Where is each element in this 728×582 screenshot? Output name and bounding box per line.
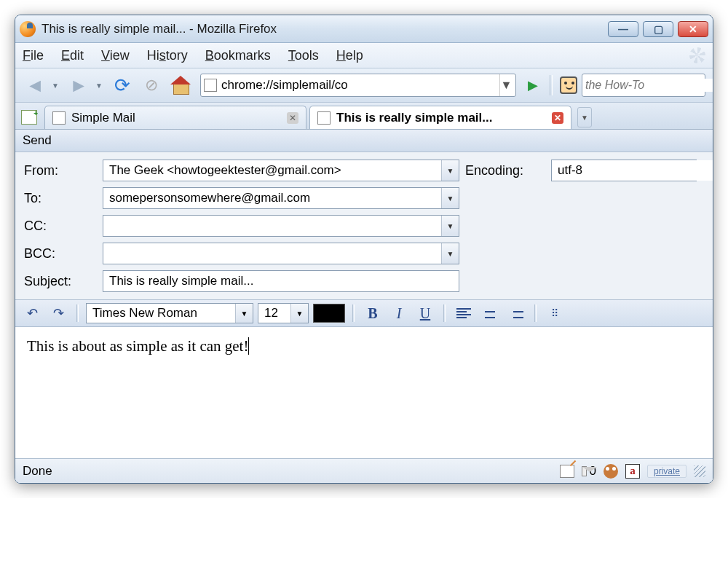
cc-input[interactable] <box>103 216 441 236</box>
resize-grip[interactable] <box>694 465 705 477</box>
new-tab-button[interactable] <box>21 110 37 125</box>
to-input[interactable] <box>103 188 441 208</box>
adblock-icon[interactable]: a <box>625 464 640 479</box>
home-icon <box>170 76 191 95</box>
titlebar: This is really simple mail... - Mozilla … <box>15 15 713 43</box>
undo-button[interactable]: ↶ <box>21 304 43 323</box>
content-area: Send From: ▼ Encoding: ▼ To: ▼ CC: ▼ <box>15 130 713 483</box>
list-button[interactable]: ⠿ <box>544 304 566 323</box>
separator <box>550 75 553 95</box>
size-dropdown[interactable]: ▼ <box>290 304 308 323</box>
from-dropdown[interactable]: ▼ <box>441 160 459 181</box>
tab-simple-mail[interactable]: Simple Mail ✕ <box>44 106 306 129</box>
tab-close-button[interactable]: ✕ <box>552 112 563 124</box>
font-family-select[interactable]: Times New Roman ▼ <box>86 303 253 323</box>
menu-view[interactable]: View <box>101 48 130 63</box>
menu-history[interactable]: History <box>147 48 188 63</box>
tab-label: Simple Mail <box>71 111 135 125</box>
send-toolbar: Send <box>15 130 713 152</box>
throbber-icon <box>689 47 705 63</box>
minimize-button[interactable]: — <box>608 21 638 37</box>
tab-compose[interactable]: This is really simple mail... ✕ <box>309 106 571 129</box>
separator <box>534 304 537 322</box>
menu-help[interactable]: Help <box>336 48 363 63</box>
back-button[interactable]: ◄ <box>23 73 47 98</box>
menu-edit[interactable]: Edit <box>61 48 84 63</box>
stop-button[interactable]: ⊘ <box>139 73 164 98</box>
format-toolbar: ↶ ↷ Times New Roman ▼ 12 ▼ B I U ⠿ <box>15 299 713 327</box>
menubar: File Edit View History Bookmarks Tools H… <box>15 43 713 68</box>
tab-icon <box>317 111 331 125</box>
cc-dropdown[interactable]: ▼ <box>441 216 459 236</box>
forward-button[interactable]: ► <box>66 73 91 98</box>
back-history-dropdown[interactable]: ▼ <box>52 82 62 90</box>
send-button[interactable]: Send <box>23 133 52 147</box>
menu-bookmarks[interactable]: Bookmarks <box>205 48 271 63</box>
align-right-button[interactable] <box>505 304 527 323</box>
persona-icon[interactable] <box>560 76 577 94</box>
firefox-window: This is really simple mail... - Mozilla … <box>15 15 713 484</box>
cc-field[interactable]: ▼ <box>103 215 459 237</box>
envelope-icon <box>582 466 587 476</box>
align-left-button[interactable] <box>453 304 475 323</box>
compose-headers: From: ▼ Encoding: ▼ To: ▼ CC: ▼ BCC <box>15 152 713 299</box>
separator <box>76 304 79 322</box>
tab-label: This is really simple mail... <box>336 111 492 125</box>
subject-field[interactable] <box>103 270 459 292</box>
navigation-toolbar: ◄ ▼ ► ▼ ⟳ ⊘ ▼ ▶ 🔍 <box>15 68 713 103</box>
url-bar[interactable]: ▼ <box>200 74 516 97</box>
bcc-label: BCC: <box>24 246 97 261</box>
encoding-field[interactable]: ▼ <box>551 160 697 181</box>
reload-button[interactable]: ⟳ <box>110 73 135 98</box>
underline-button[interactable]: U <box>414 304 436 323</box>
search-box[interactable]: 🔍 <box>582 74 705 97</box>
bcc-input[interactable] <box>103 243 441 264</box>
home-button[interactable] <box>168 73 193 98</box>
separator <box>443 304 446 322</box>
notepad-icon[interactable] <box>560 465 574 478</box>
menu-file[interactable]: File <box>23 48 44 63</box>
search-input[interactable] <box>585 79 713 92</box>
from-input[interactable] <box>103 160 441 181</box>
text-cursor <box>248 337 249 355</box>
greasemonkey-icon[interactable] <box>604 464 618 479</box>
encoding-label: Encoding: <box>465 163 545 178</box>
window-title: This is really simple mail... - Mozilla … <box>41 22 608 36</box>
url-dropdown[interactable]: ▼ <box>499 74 513 96</box>
subject-label: Subject: <box>24 274 97 289</box>
to-label: To: <box>24 191 97 206</box>
close-button[interactable]: ✕ <box>678 21 708 37</box>
separator <box>352 304 355 322</box>
font-family-value: Times New Roman <box>87 304 235 323</box>
cc-label: CC: <box>24 219 97 234</box>
url-input[interactable] <box>221 78 495 93</box>
text-color-button[interactable] <box>313 304 345 323</box>
go-button[interactable]: ▶ <box>528 77 538 93</box>
bold-button[interactable]: B <box>362 304 384 323</box>
to-dropdown[interactable]: ▼ <box>441 188 459 208</box>
font-size-select[interactable]: 12 ▼ <box>258 303 309 323</box>
font-dropdown[interactable]: ▼ <box>235 304 253 323</box>
from-field[interactable]: ▼ <box>103 160 459 181</box>
status-text: Done <box>23 464 52 479</box>
status-bar: Done 0 a private <box>15 458 713 483</box>
subject-input[interactable] <box>103 271 459 291</box>
mail-status[interactable]: 0 <box>582 465 596 478</box>
page-icon <box>204 79 217 92</box>
message-body[interactable]: This is about as simple as it can get! <box>15 327 713 458</box>
bcc-dropdown[interactable]: ▼ <box>441 243 459 264</box>
italic-button[interactable]: I <box>388 304 410 323</box>
encoding-input[interactable] <box>552 160 713 181</box>
bcc-field[interactable]: ▼ <box>103 243 459 264</box>
tab-list-dropdown[interactable]: ▼ <box>577 107 592 127</box>
tab-close-button[interactable]: ✕ <box>287 112 298 124</box>
tab-bar: Simple Mail ✕ This is really simple mail… <box>15 103 713 130</box>
align-center-button[interactable] <box>479 304 501 323</box>
redo-button[interactable]: ↷ <box>47 304 69 323</box>
private-indicator[interactable]: private <box>647 465 687 478</box>
menu-tools[interactable]: Tools <box>288 48 319 63</box>
forward-history-dropdown[interactable]: ▼ <box>95 82 106 90</box>
to-field[interactable]: ▼ <box>103 187 459 209</box>
maximize-button[interactable]: ▢ <box>643 21 673 37</box>
body-text: This is about as simple as it can get! <box>27 337 248 355</box>
